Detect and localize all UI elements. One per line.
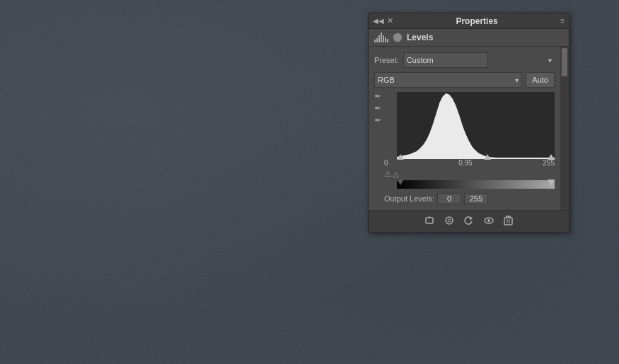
svg-point-3 <box>446 217 453 224</box>
histogram-container: 0 0.95 255 ⚠ △ <box>384 92 555 204</box>
svg-marker-5 <box>470 216 473 221</box>
panel-title-left: ◀◀ ✕ <box>373 16 393 25</box>
preset-select[interactable]: Custom Default Increase Contrast 1 Incre… <box>403 52 488 68</box>
white-point-eyedropper-icon[interactable]: ✒ <box>374 116 381 124</box>
mid-input-slider[interactable] <box>484 154 491 160</box>
output-levels-row: Output Levels: 0 255 <box>384 193 555 204</box>
svg-rect-8 <box>504 218 512 225</box>
panel-mode-label: Levels <box>407 33 433 42</box>
left-tools: ✒ ✒ ✒ <box>374 92 381 124</box>
black-input-slider[interactable] <box>397 154 404 160</box>
bar3 <box>378 35 380 42</box>
panel-scrollbar[interactable] <box>560 47 569 210</box>
output-black-value[interactable]: 0 <box>437 193 461 204</box>
preset-select-wrapper: Custom Default Increase Contrast 1 Incre… <box>403 52 555 68</box>
black-point-eyedropper-icon[interactable]: ✒ <box>374 92 381 100</box>
panel-titlebar: ◀◀ ✕ Properties ≡ <box>369 13 569 29</box>
bar7 <box>387 39 388 42</box>
reset-button[interactable] <box>462 214 476 228</box>
input-black-value: 0 <box>384 159 388 167</box>
bar6 <box>385 37 386 42</box>
preset-row: Preset: Custom Default Increase Contrast… <box>374 52 555 68</box>
panel-title: Properties <box>456 16 497 26</box>
svg-point-4 <box>448 219 451 222</box>
histogram-row: ✒ ✒ ✒ <box>374 92 555 204</box>
input-white-value: 255 <box>543 159 555 167</box>
auto-button[interactable]: Auto <box>526 72 555 88</box>
output-black-slider[interactable] <box>397 180 404 185</box>
svg-point-7 <box>487 219 490 222</box>
mask-icon[interactable] <box>393 33 403 42</box>
channel-row: RGB Red Green Blue Auto <box>374 72 555 88</box>
svg-rect-1 <box>426 218 433 223</box>
bar4 <box>381 33 382 42</box>
output-area <box>397 180 555 189</box>
histogram-adjustment-icon[interactable] <box>374 33 388 42</box>
view-previous-button[interactable] <box>442 214 456 228</box>
close-icon[interactable]: ✕ <box>387 16 393 25</box>
collapse-icon[interactable]: ◀◀ <box>373 17 384 25</box>
scrollbar-thumb[interactable] <box>562 48 567 76</box>
panel-header: Levels <box>369 29 569 47</box>
output-white-slider[interactable] <box>548 180 555 185</box>
input-mid-value: 0.95 <box>458 159 472 167</box>
visibility-button[interactable] <box>482 214 496 228</box>
panel-body: Preset: Custom Default Increase Contrast… <box>369 47 569 210</box>
gray-point-eyedropper-icon[interactable]: ✒ <box>374 104 381 112</box>
output-levels-label: Output Levels: <box>384 194 434 203</box>
input-values-row: 0 0.95 255 <box>384 159 555 167</box>
bar1 <box>374 40 376 42</box>
clip-highlights-icon[interactable]: △ <box>393 170 398 179</box>
channel-select-wrapper: RGB Red Green Blue <box>374 72 521 88</box>
panel-menu-icon[interactable]: ≡ <box>560 17 565 25</box>
properties-panel: ◀◀ ✕ Properties ≡ Levels Preset: <box>368 13 569 233</box>
clip-warnings-icon[interactable]: ⚠ <box>384 170 391 179</box>
preset-label: Preset: <box>374 56 399 64</box>
bar5 <box>383 35 384 42</box>
histogram-area <box>397 92 555 159</box>
panel-toolbar <box>369 210 569 232</box>
output-gradient-bar <box>397 180 555 189</box>
bar2 <box>376 38 378 42</box>
channel-select[interactable]: RGB Red Green Blue <box>374 72 521 88</box>
bottom-icons-row: ⚠ △ <box>384 170 555 179</box>
output-white-value[interactable]: 255 <box>464 193 488 204</box>
clip-to-layer-button[interactable] <box>422 214 436 228</box>
histogram-svg <box>397 92 555 159</box>
delete-button[interactable] <box>502 214 515 228</box>
panel-content: Preset: Custom Default Increase Contrast… <box>369 47 560 210</box>
white-input-slider[interactable] <box>548 154 555 160</box>
